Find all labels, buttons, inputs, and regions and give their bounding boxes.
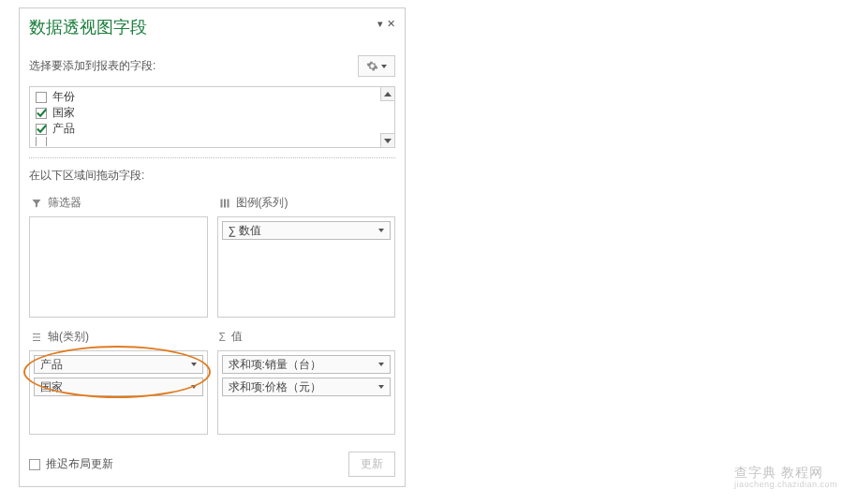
- values-item[interactable]: 求和项:价格（元）: [222, 378, 392, 396]
- legend-dropzone[interactable]: ∑ 数值: [217, 216, 396, 318]
- choose-fields-label: 选择要添加到报表的字段:: [29, 58, 155, 74]
- close-icon[interactable]: ✕: [387, 18, 395, 30]
- field-row[interactable]: 年份: [30, 89, 394, 105]
- area-header: 图例(系列): [217, 193, 396, 216]
- chevron-down-icon: [378, 363, 384, 366]
- settings-button[interactable]: [358, 55, 395, 77]
- scroll-up-button[interactable]: [380, 87, 394, 101]
- combo-label: ∑ 数值: [229, 223, 262, 239]
- field-label: 年份: [52, 89, 75, 105]
- legend-area: 图例(系列) ∑ 数值: [217, 193, 396, 318]
- axis-item[interactable]: 产品: [34, 355, 203, 374]
- watermark-sub: jiaocheng.chazidian.com: [734, 480, 837, 489]
- checkbox[interactable]: [36, 92, 47, 103]
- chevron-down-icon: [384, 139, 392, 143]
- filters-area: 筛选器: [29, 193, 208, 318]
- watermark: 查字典 教程网 jiaocheng.chazidian.com: [734, 465, 837, 489]
- area-header: 轴(类别): [29, 327, 208, 350]
- area-title: 轴(类别): [48, 329, 89, 345]
- field-row[interactable]: 产品: [30, 121, 394, 137]
- area-header: Σ 值: [217, 327, 396, 350]
- chevron-up-icon: [384, 92, 392, 96]
- panel-header: 数据透视图字段 ▾ ✕: [29, 16, 395, 38]
- minimize-icon[interactable]: ▾: [377, 18, 383, 30]
- drag-areas-label: 在以下区域间拖动字段:: [29, 168, 395, 184]
- chevron-down-icon: [191, 363, 197, 366]
- values-item[interactable]: 求和项:销量（台）: [222, 355, 392, 374]
- gear-icon: [366, 60, 378, 72]
- sigma-icon: Σ: [219, 331, 226, 344]
- axis-icon: [31, 332, 42, 343]
- combo-label: 求和项:价格（元）: [229, 379, 321, 395]
- values-dropzone[interactable]: 求和项:销量（台） 求和项:价格（元）: [217, 350, 396, 435]
- field-label: 国家: [52, 105, 75, 121]
- field-label: 产品: [52, 121, 75, 137]
- chevron-down-icon: [378, 385, 384, 389]
- scroll-down-button[interactable]: [380, 133, 394, 147]
- combo-label: 产品: [40, 357, 63, 373]
- field-row-overflow: [30, 137, 394, 146]
- axis-dropzone[interactable]: 产品 国家: [29, 350, 208, 435]
- pivot-chart-fields-panel: 数据透视图字段 ▾ ✕ 选择要添加到报表的字段: 年份 国家 产品: [19, 7, 406, 487]
- axis-item[interactable]: 国家: [34, 378, 203, 396]
- update-button[interactable]: 更新: [348, 452, 395, 477]
- area-title: 筛选器: [48, 195, 81, 211]
- field-list: 年份 国家 产品: [29, 86, 395, 148]
- field-row[interactable]: 国家: [30, 105, 394, 121]
- watermark-main: 查字典 教程网: [734, 465, 823, 480]
- areas-grid: 筛选器 图例(系列) ∑ 数值 轴(类别) 产: [29, 193, 395, 435]
- checkbox[interactable]: [36, 108, 47, 119]
- panel-title: 数据透视图字段: [29, 16, 147, 38]
- checkbox[interactable]: [36, 124, 47, 135]
- footer-row: 推迟布局更新 更新: [29, 452, 395, 477]
- area-title: 值: [231, 329, 243, 345]
- values-area: Σ 值 求和项:销量（台） 求和项:价格（元）: [217, 327, 396, 435]
- combo-label: 国家: [40, 379, 63, 395]
- area-header: 筛选器: [29, 193, 208, 216]
- checkbox: [36, 137, 47, 146]
- defer-layout-option[interactable]: 推迟布局更新: [29, 456, 113, 472]
- filter-icon: [31, 198, 42, 209]
- chevron-down-icon: [378, 229, 384, 232]
- panel-window-controls: ▾ ✕: [377, 16, 395, 30]
- chevron-down-icon: [381, 65, 387, 68]
- filters-dropzone[interactable]: [29, 216, 208, 318]
- divider: [29, 157, 395, 158]
- axis-area: 轴(类别) 产品 国家: [29, 327, 208, 435]
- combo-label: 求和项:销量（台）: [229, 357, 321, 373]
- legend-icon: [219, 198, 230, 209]
- area-title: 图例(系列): [236, 195, 288, 211]
- subheader-row: 选择要添加到报表的字段:: [29, 55, 395, 77]
- defer-label: 推迟布局更新: [46, 456, 113, 472]
- chevron-down-icon: [191, 385, 197, 389]
- checkbox[interactable]: [29, 459, 40, 470]
- legend-item[interactable]: ∑ 数值: [222, 221, 392, 240]
